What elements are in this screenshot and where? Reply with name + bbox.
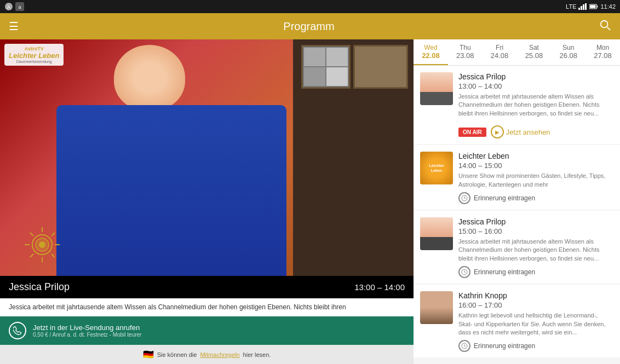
svg-rect-7	[585, 3, 587, 10]
svg-line-18	[30, 233, 33, 236]
reminder-button-4[interactable]: Erinnerung eintragen	[458, 340, 613, 352]
schedule-item-1: Jessica Prilop 13:00 – 14:00 Jessica arb…	[414, 66, 620, 144]
schedule-name-2: Leichter Leben	[458, 152, 613, 160]
call-label: Jetzt in der Live-Sendung anrufen	[33, 323, 141, 332]
time-display: 11:42	[600, 3, 616, 10]
android-icon: A	[4, 2, 13, 11]
svg-point-23	[39, 241, 45, 248]
reminder-button-2[interactable]: Erinnerung eintragen	[458, 192, 613, 204]
svg-line-20	[51, 233, 55, 236]
schedule-content-2: Leichter Leben 14:00 – 15:00 Unsere Show…	[458, 152, 613, 204]
svg-line-19	[51, 254, 55, 257]
video-info-bar: Jessica Prilop 13:00 – 14:00	[0, 276, 414, 298]
status-bar-right: LTE 11:42	[566, 3, 616, 10]
tab-thu[interactable]: Thu 23.08	[448, 39, 483, 65]
schedule-time-4: 16:00 – 17:00	[458, 301, 613, 309]
reminder-label-3: Erinnerung eintragen	[474, 268, 535, 276]
flag-bar: 🇩🇪 Sie können die Mitmachregeln hier les…	[0, 345, 414, 364]
status-bar-left: A a	[4, 2, 24, 11]
svg-rect-9	[597, 5, 598, 7]
schedule-item-4: Kathrin Knopp 16:00 – 17:00 Kathrin legt…	[414, 285, 620, 357]
svg-text:a: a	[18, 4, 21, 10]
status-bar: A a LTE 11:42	[0, 0, 620, 13]
search-button[interactable]	[599, 19, 611, 34]
svg-rect-4	[578, 8, 580, 10]
tab-sat[interactable]: Sat 25.08	[516, 39, 551, 65]
svg-point-11	[601, 20, 608, 27]
schedule-item-2: LeichterLeben Leichter Leben 14:00 – 15:…	[414, 145, 620, 210]
tab-wed[interactable]: Wed 22.08	[414, 39, 448, 65]
call-info: Jetzt in der Live-Sendung anrufen 0,50 €…	[33, 323, 141, 338]
video-description: Jessica arbeitet mit jahrtausende altem …	[0, 298, 414, 316]
channel-subbrand: Leichter Leben	[9, 51, 59, 60]
schedule-content-3: Jessica Prilop 15:00 – 16:00 Jessica arb…	[458, 217, 613, 278]
frame1	[353, 45, 408, 89]
schedule-desc-1: Jessica arbeitet mit jahrtausende altem …	[458, 93, 613, 118]
channel-tagline: Dauerwerbesendung	[16, 60, 52, 63]
schedule-name-3: Jessica Prilop	[458, 217, 613, 226]
app-title: Programm	[19, 20, 599, 33]
schedule-name-4: Kathrin Knopp	[458, 291, 613, 300]
schedule-desc-4: Kathrin legt liebevoll und hellsichtig d…	[458, 311, 613, 337]
app-icon: a	[15, 2, 24, 11]
schedule-item-3: Jessica Prilop 15:00 – 16:00 Jessica arb…	[414, 211, 620, 284]
schedule-thumb-1	[420, 72, 453, 105]
svg-rect-5	[581, 6, 582, 10]
svg-rect-10	[590, 5, 596, 8]
schedule-desc-2: Unsere Show mit prominenten Gästen, Life…	[458, 172, 613, 189]
call-sublabel: 0,50 € / Anruf a. d. dt. Festnetz - Mobi…	[33, 332, 141, 338]
schedule-panel: Wed 22.08 Thu 23.08 Fri 24.08 Sat 25.08 …	[414, 39, 620, 364]
flag-text: Sie können die	[157, 351, 197, 358]
channel-logo-overlay: AstroTV Leichter Leben Dauerwerbesendung	[4, 44, 64, 66]
video-area: AstroTV Leichter Leben Dauerwerbesendung	[0, 39, 414, 276]
channel-brand: AstroTV	[25, 46, 44, 51]
leichter-leben-logo: LeichterLeben	[428, 162, 445, 174]
schedule-thumb-4	[420, 291, 453, 324]
schedule-actions-1: ON AIR ▶ Jetzt ansehen	[458, 122, 613, 138]
top-bar: ☰ Programm	[0, 13, 620, 39]
watch-label-1: Jetzt ansehen	[506, 128, 550, 136]
hamburger-button[interactable]: ☰	[9, 20, 19, 33]
schedule-list: Jessica Prilop 13:00 – 14:00 Jessica arb…	[414, 66, 620, 364]
video-panel: AstroTV Leichter Leben Dauerwerbesendung	[0, 39, 414, 364]
tab-sun[interactable]: Sun 26.08	[551, 39, 585, 65]
mitmachregeln-link[interactable]: Mitmachregeln	[200, 351, 239, 358]
play-icon-1: ▶	[491, 125, 504, 138]
watch-button-1[interactable]: ▶ Jetzt ansehen	[491, 125, 550, 138]
day-tabs: Wed 22.08 Thu 23.08 Fri 24.08 Sat 25.08 …	[414, 39, 620, 66]
schedule-time-3: 15:00 – 16:00	[458, 227, 613, 235]
sun-decoration	[22, 224, 63, 268]
svg-line-21	[30, 254, 33, 257]
phone-icon	[9, 322, 26, 339]
reminder-label-2: Erinnerung eintragen	[474, 194, 535, 202]
schedule-thumb-2: LeichterLeben	[420, 152, 453, 184]
main-content: AstroTV Leichter Leben Dauerwerbesendung	[0, 39, 620, 364]
svg-text:A: A	[7, 4, 10, 10]
schedule-time-2: 14:00 – 15:00	[458, 161, 613, 170]
signal-strength: LTE	[566, 3, 576, 10]
schedule-time-1: 13:00 – 14:00	[458, 82, 613, 90]
call-bar[interactable]: Jetzt in der Live-Sendung anrufen 0,50 €…	[0, 316, 414, 345]
video-title: Jessica Prilop	[9, 281, 70, 293]
schedule-content-4: Kathrin Knopp 16:00 – 17:00 Kathrin legt…	[458, 291, 613, 352]
schedule-name-1: Jessica Prilop	[458, 72, 613, 81]
tab-fri[interactable]: Fri 24.08	[483, 39, 517, 65]
reminder-button-3[interactable]: Erinnerung eintragen	[458, 266, 613, 278]
presenter-image	[27, 39, 315, 276]
flag-icon: 🇩🇪	[143, 349, 154, 360]
reminder-icon-4	[458, 340, 470, 352]
video-time: 13:00 – 14:00	[354, 282, 405, 292]
on-air-badge-1: ON AIR	[458, 128, 486, 137]
presenter-body	[56, 105, 286, 276]
presenter-head	[114, 45, 185, 111]
signal-icon	[578, 3, 587, 10]
reminder-icon-3	[458, 266, 470, 278]
schedule-desc-3: Jessica arbeitet mit jahrtausende altem …	[458, 238, 613, 263]
battery-icon	[589, 3, 598, 10]
schedule-content-1: Jessica Prilop 13:00 – 14:00 Jessica arb…	[458, 72, 613, 138]
svg-rect-6	[583, 4, 584, 10]
flag-text2: hier lesen.	[243, 351, 271, 358]
tab-mon[interactable]: Mon 27.08	[585, 39, 620, 65]
reminder-label-4: Erinnerung eintragen	[474, 342, 535, 350]
channel-logo-box: AstroTV Leichter Leben Dauerwerbesendung	[4, 44, 64, 66]
